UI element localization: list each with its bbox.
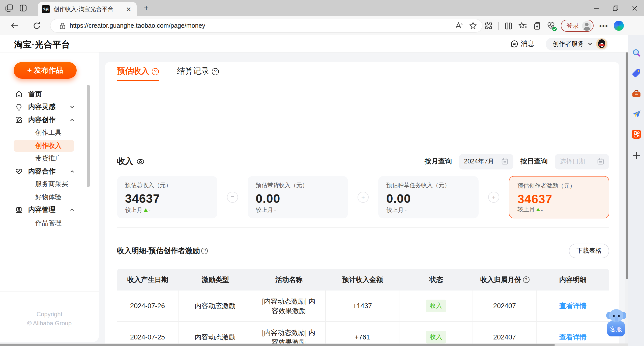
operator-plus-icon: + [358, 192, 369, 203]
vertical-scrollbar[interactable] [625, 35, 628, 343]
detail-section-bar: 收入明细-预估创作者激励 ? 下载表格 [117, 242, 609, 260]
extensions-icon[interactable] [484, 21, 493, 30]
kuaishou-icon[interactable] [631, 129, 641, 139]
operator-plus-icon: + [488, 192, 499, 203]
edit-icon [15, 116, 23, 124]
split-screen-icon[interactable] [505, 21, 513, 30]
search-icon[interactable] [631, 48, 641, 58]
profile-avatar-icon [582, 21, 592, 31]
minimize-button[interactable] [587, 0, 606, 16]
refresh-icon[interactable] [32, 21, 41, 30]
stat-card-label: 预估种草任务收入（元） [386, 182, 471, 189]
messages-button[interactable]: 消息 [510, 39, 534, 48]
sidebar-item-9[interactable]: 好物体验 [0, 191, 99, 204]
copilot-icon[interactable] [614, 21, 624, 31]
sidebar-item-label: 内容灵感 [28, 103, 55, 112]
horizontal-scrollbar-thumb[interactable] [0, 344, 555, 346]
table-header-3: 活动名称 [252, 275, 326, 284]
sidebar-item-label: 首页 [28, 90, 42, 99]
tab-settlement-records[interactable]: 结算记录 ? [177, 62, 219, 81]
stat-cards-row: 预估总收入（元）34637较上月-=预估带货收入（元）0.00较上月-+预估种草… [117, 176, 609, 218]
chevron-down-icon [588, 41, 593, 46]
toolbox-icon[interactable] [631, 89, 641, 99]
site-logo[interactable]: 淘宝·光合平台 [14, 39, 70, 50]
sidebar-item-6[interactable]: 带货推广 [0, 152, 99, 165]
cell-incentive-type: 内容动态激励 [179, 291, 252, 321]
stat-card-1[interactable]: 预估总收入（元）34637较上月- [117, 176, 217, 218]
tab-actions-icon[interactable] [19, 4, 27, 12]
sidebar-item-8[interactable]: 服务商采买 [0, 178, 99, 191]
horizontal-scrollbar[interactable] [0, 343, 628, 346]
message-bubble-icon [510, 40, 518, 48]
main-content-card: 预估收入 ? 结算记录 ? 收入 按月查询 2024年7月 [105, 62, 619, 343]
shopping-tag-icon[interactable] [631, 68, 641, 78]
stat-card-3[interactable]: 预估种草任务收入（元）0.00较上月- [378, 176, 479, 218]
help-icon[interactable]: ? [212, 68, 219, 75]
sidebar-item-11[interactable]: 作品管理 [0, 216, 99, 229]
sidebar-item-label: 创作工具 [35, 128, 62, 137]
browser-tab[interactable]: 光合 创作收入·淘宝光合平台 ✕ [38, 2, 137, 16]
sidebar-item-3[interactable]: 内容创作 [0, 113, 99, 126]
tab-close-icon[interactable]: ✕ [125, 5, 133, 13]
collections-icon[interactable] [533, 21, 541, 30]
table-header-2: 激励类型 [179, 275, 252, 284]
workspaces-icon[interactable] [5, 4, 13, 12]
table-header-4: 预计收入金额 [326, 275, 399, 284]
user-avatar[interactable] [596, 38, 607, 49]
operator-equals-icon: = [227, 192, 238, 203]
customer-support-widget[interactable]: 客服 [607, 309, 626, 337]
login-button[interactable]: 登录 [561, 20, 594, 32]
cell-incentive-type: 内容动态激励 [179, 322, 252, 343]
browser-essentials-icon[interactable] [547, 21, 555, 30]
sidebar-item-7[interactable]: 内容合作 [0, 165, 99, 178]
by-day-label: 按日查询 [520, 157, 548, 166]
sidebar-item-5[interactable]: 创作收入 [0, 139, 99, 152]
stat-card-2[interactable]: 预估带货收入（元）0.00较上月- [248, 176, 348, 218]
query-controls: 按月查询 2024年7月 按日查询 选择日期 [425, 154, 609, 169]
creator-service-menu[interactable]: 创作者服务 [545, 38, 608, 50]
sidebar-item-10[interactable]: 内容管理 [0, 204, 99, 216]
plus-icon[interactable] [631, 150, 641, 160]
publish-work-button[interactable]: + 发布作品 [14, 62, 77, 79]
view-details-link[interactable]: 查看详情 [559, 301, 587, 311]
help-icon[interactable]: ? [152, 68, 159, 75]
vertical-scrollbar-thumb[interactable] [626, 49, 628, 279]
sidebar-item-1[interactable]: 首页 [0, 88, 99, 101]
sidebar-scrollbar-thumb[interactable] [87, 85, 90, 187]
table-header-row: 收入产生日期激励类型活动名称预计收入金额状态收入归属月份?内容明细 [117, 269, 609, 291]
read-aloud-icon[interactable] [455, 22, 463, 30]
settings-more-icon[interactable]: ••• [599, 22, 608, 30]
new-tab-button[interactable]: + [142, 4, 151, 13]
send-plane-icon[interactable] [631, 109, 641, 119]
bulb-icon [15, 103, 23, 111]
url-text: https://creator.guanghe.taobao.com/page/… [70, 22, 449, 29]
sidebar-item-2[interactable]: 内容灵感 [0, 101, 99, 113]
month-picker-input[interactable]: 2024年7月 [459, 154, 513, 169]
edge-sidebar-rail [628, 35, 644, 346]
download-table-button[interactable]: 下载表格 [569, 243, 609, 258]
site-header: 淘宝·光合平台 消息 创作者服务 [0, 35, 628, 52]
close-window-button[interactable] [625, 0, 644, 16]
view-details-link[interactable]: 查看详情 [559, 332, 587, 342]
favorites-icon[interactable] [519, 21, 527, 30]
back-icon[interactable] [10, 21, 19, 30]
operator-gap: = [217, 192, 248, 203]
stat-card-4[interactable]: 预估创作者激励（元）34637较上月- [509, 176, 609, 218]
help-icon[interactable]: ? [523, 276, 529, 283]
tab-estimated-income[interactable]: 预估收入 ? [117, 62, 159, 81]
up-arrow-icon [536, 208, 540, 211]
address-bar[interactable]: https://creator.guanghe.taobao.com/page/… [50, 19, 482, 32]
stat-card-delta: 较上月- [256, 206, 276, 214]
day-placeholder: 选择日期 [560, 157, 594, 166]
toolbar-right-icons: 登录 ••• [484, 16, 624, 35]
help-icon[interactable]: ? [201, 247, 208, 254]
favorite-star-icon[interactable] [469, 22, 477, 30]
visibility-eye-icon[interactable] [136, 157, 145, 166]
table-header-1: 收入产生日期 [117, 275, 179, 284]
cell-status: 收入 [399, 291, 473, 321]
day-picker-input[interactable]: 选择日期 [555, 154, 609, 169]
sidebar-item-4[interactable]: 创作工具 [0, 126, 99, 139]
restore-button[interactable] [606, 0, 625, 16]
stat-card-delta: 较上月- [386, 206, 407, 214]
handshake-icon [15, 168, 23, 175]
